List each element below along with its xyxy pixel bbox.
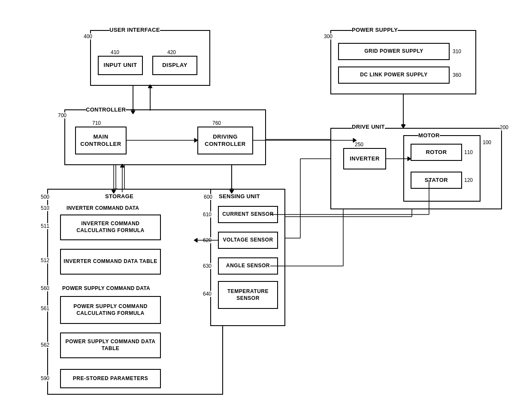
angle-sensor-ref: 630 bbox=[203, 263, 212, 269]
stator-box: STATOR bbox=[411, 172, 462, 189]
power-supply-label: POWER SUPPLY bbox=[352, 27, 398, 33]
drive-unit-ref: 200 bbox=[500, 124, 508, 130]
input-unit-box: INPUT UNIT bbox=[98, 56, 143, 75]
inverter-box: INVERTER bbox=[343, 148, 386, 169]
pre-stored-box: PRE-STORED PARAMETERS bbox=[60, 369, 161, 388]
motor-ref: 100 bbox=[483, 139, 491, 145]
display-ref: 420 bbox=[167, 49, 176, 55]
power-supply-command-data-label: POWER SUPPLY COMMAND DATA bbox=[62, 285, 150, 291]
grid-power-supply-ref: 310 bbox=[453, 48, 461, 54]
user-interface-ref: 400 bbox=[84, 33, 92, 39]
main-controller-ref: 710 bbox=[92, 120, 101, 126]
power-supply-table-box: POWER SUPPLY COMMAND DATA TABLE bbox=[60, 332, 161, 358]
drive-unit-label: DRIVE UNIT bbox=[352, 124, 385, 130]
pre-stored-ref: 590 bbox=[41, 375, 49, 381]
main-controller-box: MAIN CONTROLLER bbox=[75, 127, 127, 154]
diagram: USER INTERFACE 400 INPUT UNIT 410 DISPLA… bbox=[0, 0, 532, 411]
inverter-command-data-ref: 510 bbox=[41, 205, 49, 211]
motor-label: MOTOR bbox=[418, 132, 440, 139]
dc-link-power-supply-ref: 360 bbox=[453, 72, 461, 78]
user-interface-label: USER INTERFACE bbox=[109, 27, 160, 33]
controller-label: CONTROLLER bbox=[86, 106, 126, 113]
power-supply-box bbox=[330, 30, 476, 94]
voltage-sensor-box: VOLTAGE SENSOR bbox=[218, 232, 278, 249]
inverter-calc-ref: 511 bbox=[41, 223, 49, 229]
inverter-command-data-label: INVERTER COMMAND DATA bbox=[66, 205, 139, 211]
inverter-table-box: INVERTER COMMAND DATA TABLE bbox=[60, 249, 161, 275]
power-supply-table-ref: 562 bbox=[41, 342, 49, 348]
storage-ref: 500 bbox=[41, 194, 49, 200]
current-sensor-ref: 610 bbox=[203, 212, 212, 218]
controller-ref: 700 bbox=[58, 112, 66, 118]
storage-label: STORAGE bbox=[105, 193, 133, 199]
svg-marker-15 bbox=[402, 124, 405, 128]
angle-sensor-box: ANGLE SENSOR bbox=[218, 257, 278, 275]
inverter-ref: 250 bbox=[355, 142, 363, 148]
dc-link-power-supply-box: DC LINK POWER SUPPLY bbox=[338, 66, 450, 84]
rotor-ref: 110 bbox=[464, 149, 473, 155]
power-supply-command-data-ref: 560 bbox=[41, 285, 49, 291]
sensing-unit-label: SENSING UNIT bbox=[219, 193, 260, 199]
voltage-sensor-ref: 620 bbox=[203, 237, 212, 243]
power-supply-calc-ref: 561 bbox=[41, 305, 49, 311]
grid-power-supply-box: GRID POWER SUPPLY bbox=[338, 43, 450, 60]
input-unit-ref: 410 bbox=[111, 49, 119, 55]
stator-ref: 120 bbox=[464, 177, 473, 183]
sensing-unit-ref: 600 bbox=[204, 194, 212, 200]
temperature-sensor-ref: 640 bbox=[203, 291, 212, 297]
temperature-sensor-box: TEMPERATURE SENSOR bbox=[218, 281, 278, 309]
rotor-box: ROTOR bbox=[411, 144, 462, 161]
current-sensor-box: CURRENT SENSOR bbox=[218, 206, 278, 223]
driving-controller-box: DRIVING CONTROLLER bbox=[197, 127, 253, 154]
display-box: DISPLAY bbox=[152, 56, 197, 75]
inverter-table-ref: 512 bbox=[41, 257, 49, 263]
power-supply-calc-box: POWER SUPPLY COMMAND CALCULATING FORMULA bbox=[60, 296, 161, 324]
power-supply-ref: 300 bbox=[324, 33, 332, 39]
inverter-calc-box: INVERTER COMMAND CALCULATING FORMULA bbox=[60, 215, 161, 240]
driving-controller-ref: 760 bbox=[212, 120, 221, 126]
